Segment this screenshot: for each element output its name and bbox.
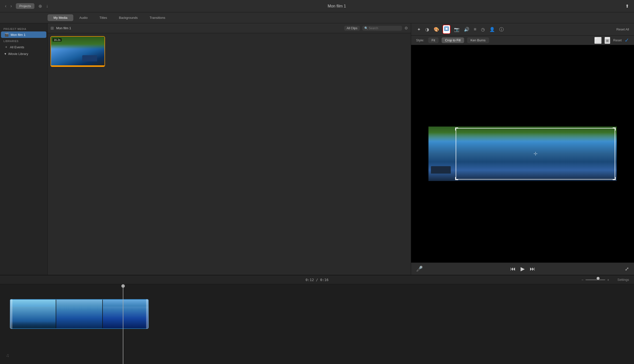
user-button[interactable]: 👤 (488, 26, 496, 33)
sidebar-item-imovie-library[interactable]: ▾ iMovie Library (1, 50, 46, 57)
browser-settings-button[interactable]: ⚙ (404, 26, 408, 30)
boat-silhouette (431, 166, 451, 174)
library-icon: ▾ (4, 52, 6, 56)
zoom-minus-icon: − (582, 278, 584, 282)
crop-icon (444, 26, 449, 31)
top-bar-right: ⬆ (625, 4, 629, 9)
volume-button[interactable]: 🔊 (463, 26, 470, 33)
projects-button[interactable]: Projects (16, 3, 34, 9)
inspector-toolbar: ✦ ◑ 🎨 📷 🔊 ≡ ◷ 👤 ⓘ Reset All (411, 23, 634, 36)
fit-icon-button[interactable]: ⬜ (594, 37, 602, 44)
reset-all-button[interactable]: Reset All (616, 28, 629, 31)
sidebar-item-mon-film[interactable]: 🎬 Mon film 1 (1, 32, 46, 38)
timecode-separator: / (316, 278, 320, 282)
timeline-segment-2 (56, 299, 102, 329)
clip-duration-badge: 16.2s (52, 38, 62, 42)
crop-apply-button[interactable]: ✓ (624, 37, 629, 44)
timeline-area: 0:12 / 0:16 − + Settings (0, 275, 634, 364)
equalizer-button[interactable]: ≡ (473, 26, 478, 33)
zoom-plus-icon: + (607, 278, 609, 282)
timecode-display: 0:12 / 0:16 (306, 278, 329, 282)
zoom-slider[interactable] (586, 279, 605, 280)
timeline-clip[interactable] (10, 299, 148, 329)
search-wrap: 🔍 (362, 26, 402, 31)
timeline-header: 0:12 / 0:16 − + Settings (0, 275, 634, 284)
playback-controls: 🎤 ⏮ ▶ ⏭ ⤢ (411, 262, 634, 275)
playhead-line (123, 284, 123, 364)
zoom-knob (596, 277, 600, 280)
ken-burns-button[interactable]: Ken Burns (467, 38, 489, 43)
sidebar-item-mon-film-label: Mon film 1 (11, 33, 26, 37)
timecode-total: 0:16 (320, 278, 329, 282)
add-clip-button[interactable]: ⊕ (38, 4, 42, 9)
media-toolbar: My Media Audio Titles Backgrounds Transi… (0, 12, 634, 23)
corner-bl (455, 177, 458, 180)
clip-handle-right[interactable] (146, 299, 148, 329)
timeline-track-area: ♫ (0, 284, 634, 364)
import-button[interactable]: ↓ (46, 4, 48, 9)
top-bar-left: ‹ › Projects ⊕ ↓ (5, 3, 48, 9)
sidebar-item-all-events-label: All Events (10, 45, 24, 49)
svg-rect-1 (445, 28, 448, 30)
video-black-bg: ✛ (411, 45, 634, 262)
timeline-zoom-control: − + (582, 278, 609, 282)
window-title: Mon film 1 (328, 4, 346, 8)
crop-button[interactable] (442, 25, 450, 34)
corner-tl (455, 128, 458, 130)
fit-icon2-button[interactable]: ▣ (604, 37, 610, 44)
browser-panel: ⊞ Mon film 1 All Clips 🔍 ⚙ 16.2s (48, 23, 411, 275)
playhead-top (121, 284, 125, 288)
skip-back-button[interactable]: ⏮ (510, 266, 516, 272)
magic-wand-button[interactable]: ✦ (416, 26, 422, 33)
search-icon: 🔍 (364, 26, 368, 30)
tab-backgrounds[interactable]: Backgrounds (113, 14, 144, 21)
video-crop-border: ✛ (456, 128, 615, 180)
view-toggle-button[interactable]: ⊞ (50, 26, 54, 30)
timeline-segment-1 (10, 299, 56, 329)
color-button[interactable]: ◑ (424, 26, 430, 33)
back-button[interactable]: ‹ (5, 4, 6, 9)
browser-title: Mon film 1 (56, 26, 342, 30)
play-button[interactable]: ▶ (520, 266, 525, 272)
tab-titles[interactable]: Titles (94, 14, 113, 21)
timeline-segment-3 (103, 299, 148, 329)
crop-reset-button[interactable]: Reset (613, 38, 622, 42)
top-bar: ‹ › Projects ⊕ ↓ Mon film 1 ⬆ (0, 0, 634, 12)
fit-style-button[interactable]: Fit (428, 38, 438, 43)
libraries-section: LIBRARIES (0, 38, 47, 44)
info-button[interactable]: ⓘ (498, 26, 505, 34)
microphone-button[interactable]: 🎤 (416, 266, 423, 272)
video-frame: ✛ (428, 126, 617, 181)
clip-handle-left[interactable] (10, 299, 12, 329)
clip-grid: 16.2s (48, 33, 411, 275)
camera-button[interactable]: 📷 (453, 26, 460, 33)
style-label: Style: (416, 38, 424, 42)
timecode-current: 0:12 (306, 278, 314, 282)
clip-thumbnail[interactable]: 16.2s (50, 36, 105, 67)
tab-my-media[interactable]: My Media (48, 14, 73, 21)
speed-button[interactable]: ◷ (480, 26, 486, 33)
palette-button[interactable]: 🎨 (433, 26, 440, 33)
skip-forward-button[interactable]: ⏭ (530, 266, 535, 272)
events-icon: ＋ (4, 45, 8, 49)
clip-filter-dropdown[interactable]: All Clips (344, 26, 360, 31)
tab-transitions[interactable]: Transitions (144, 14, 171, 21)
project-media-section: PROJECT MEDIA (0, 26, 47, 32)
clip-progress-line (51, 65, 104, 66)
share-button[interactable]: ⬆ (625, 4, 629, 9)
sidebar-item-imovie-library-label: iMovie Library (8, 52, 28, 56)
crop-to-fill-button[interactable]: Crop to Fill (442, 38, 464, 43)
forward-button[interactable]: › (10, 4, 12, 9)
thumb-boat (82, 55, 97, 62)
fullscreen-button[interactable]: ⤢ (625, 266, 629, 272)
corner-br (613, 177, 616, 180)
search-input[interactable] (362, 26, 402, 31)
crop-style-bar: Style: Fit Crop to Fill Ken Burns ⬜ ▣ Re… (411, 36, 634, 45)
timeline-settings-button[interactable]: Settings (618, 278, 629, 282)
crosshair: ✛ (534, 151, 538, 157)
video-preview: ✛ (411, 45, 634, 262)
film-icon: 🎬 (4, 33, 9, 37)
tab-audio[interactable]: Audio (73, 14, 93, 21)
sidebar-item-all-events[interactable]: ＋ All Events (1, 44, 46, 50)
corner-tr (613, 128, 616, 130)
